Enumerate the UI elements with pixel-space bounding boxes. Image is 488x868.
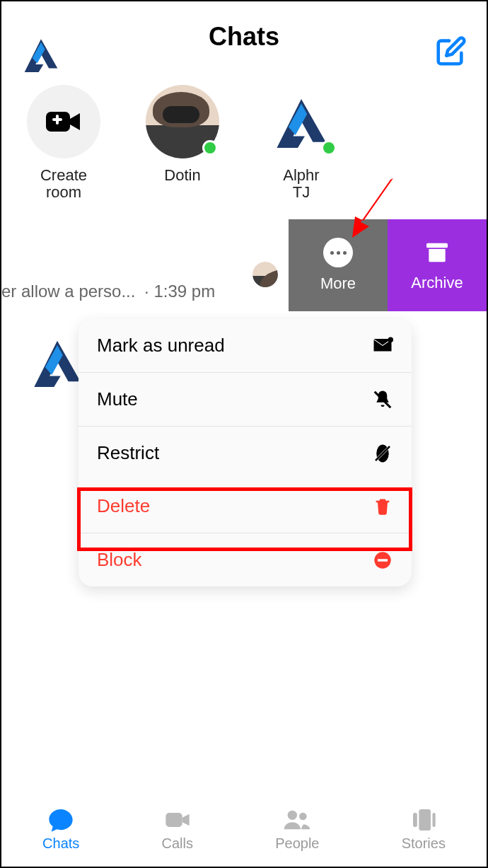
- tab-calls-label: Calls: [162, 835, 193, 852]
- bottom-tab-bar: Chats Calls People Stories: [1, 790, 487, 867]
- menu-delete[interactable]: Delete: [79, 480, 412, 533]
- menu-mark-unread[interactable]: Mark as unread: [79, 319, 412, 372]
- archive-icon: [423, 238, 451, 267]
- chat-list-row-swiped: er allow a perso... · 1:39 pm More Archi…: [1, 219, 487, 311]
- menu-restrict-label: Restrict: [97, 442, 159, 464]
- presence-dot-icon: [321, 140, 337, 156]
- tab-chats[interactable]: Chats: [42, 806, 79, 852]
- tab-stories-label: Stories: [402, 835, 446, 852]
- rooms-row: Create room Dotin Alphr TJ: [1, 72, 487, 201]
- room-contact-alphr[interactable]: Alphr TJ: [259, 85, 344, 201]
- stories-icon: [408, 806, 439, 834]
- svg-rect-15: [413, 813, 417, 827]
- menu-restrict[interactable]: Restrict: [79, 426, 412, 480]
- swipe-more-label: More: [320, 274, 356, 293]
- create-room-label: Create room: [40, 167, 87, 201]
- svg-rect-16: [432, 813, 435, 827]
- more-dots-icon: [323, 238, 353, 267]
- room-contact-label: Dotin: [164, 167, 200, 184]
- tab-calls[interactable]: Calls: [162, 806, 193, 852]
- tab-people[interactable]: People: [275, 806, 319, 852]
- svg-point-12: [288, 810, 297, 819]
- chat-preview-text: er allow a perso...: [1, 282, 135, 301]
- chat-bubble-icon: [45, 806, 76, 834]
- tab-chats-label: Chats: [42, 835, 79, 852]
- avatar-logo-icon: [271, 96, 332, 148]
- annotation-arrow-icon: [348, 175, 397, 239]
- header-bar: Chats: [1, 1, 487, 72]
- video-icon: [162, 806, 193, 834]
- swipe-archive-button[interactable]: Archive: [388, 219, 487, 311]
- svg-rect-10: [378, 559, 388, 562]
- svg-rect-3: [426, 243, 448, 248]
- block-icon: [372, 550, 393, 571]
- page-title: Chats: [209, 22, 279, 52]
- chat-avatar-logo-icon: [28, 337, 86, 387]
- menu-mute[interactable]: Mute: [79, 372, 412, 426]
- unread-icon: [372, 335, 393, 357]
- chat-time: · 1:39 pm: [144, 282, 215, 301]
- svg-rect-11: [165, 813, 182, 827]
- menu-block[interactable]: Block: [79, 533, 412, 586]
- compose-button[interactable]: [434, 35, 467, 68]
- presence-dot-icon: [202, 140, 218, 156]
- svg-rect-2: [56, 115, 59, 125]
- swipe-archive-label: Archive: [411, 274, 463, 292]
- context-menu: Mark as unread Mute Restrict Delete Bloc…: [79, 319, 412, 586]
- trash-icon: [372, 496, 393, 517]
- app-logo-icon: [21, 37, 61, 72]
- room-contact-label: Alphr TJ: [283, 167, 319, 201]
- people-icon: [281, 806, 313, 834]
- mute-icon: [372, 389, 393, 410]
- menu-delete-label: Delete: [97, 495, 150, 517]
- video-plus-icon: [46, 109, 81, 134]
- menu-mark-unread-label: Mark as unread: [97, 335, 225, 357]
- tab-stories[interactable]: Stories: [402, 806, 446, 852]
- svg-rect-14: [419, 809, 431, 831]
- create-room-button[interactable]: Create room: [21, 85, 106, 201]
- menu-mute-label: Mute: [97, 388, 138, 410]
- svg-point-13: [299, 812, 307, 820]
- tab-people-label: People: [275, 835, 319, 852]
- svg-point-4: [388, 337, 394, 342]
- room-contact-dotin[interactable]: Dotin: [140, 85, 225, 201]
- chat-avatar: [252, 262, 278, 287]
- restrict-icon: [372, 443, 393, 464]
- menu-block-label: Block: [97, 549, 142, 571]
